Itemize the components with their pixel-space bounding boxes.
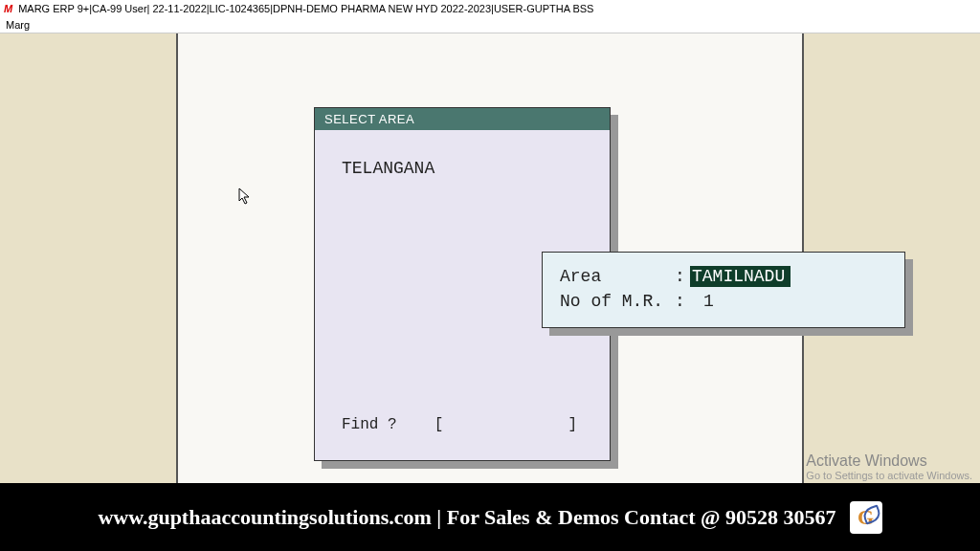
area-label: Area — [560, 267, 675, 286]
colon: : — [675, 267, 690, 286]
bracket-open: [ — [434, 416, 444, 433]
menu-item-marg[interactable]: Marg — [6, 19, 30, 31]
activate-line1: Activate Windows — [806, 452, 972, 470]
activate-line2: Go to Settings to activate Windows. — [806, 470, 972, 481]
mr-label: No of M.R. — [560, 292, 675, 311]
select-area-title: SELECT AREA — [315, 108, 610, 130]
find-input[interactable] — [453, 416, 558, 433]
list-item[interactable]: TELANGANA — [342, 159, 590, 178]
workspace: SELECT AREA TELANGANA Find ? [ ] G UPTHA… — [0, 33, 980, 483]
footer-logo-icon: G — [850, 501, 882, 534]
activate-windows-watermark: Activate Windows Go to Settings to activ… — [806, 452, 972, 481]
select-area-list[interactable]: TELANGANA — [315, 130, 610, 178]
menu-bar[interactable]: Marg — [0, 17, 980, 33]
bracket-close: ] — [568, 416, 577, 433]
colon: : — [675, 292, 690, 311]
find-label: Find ? — [342, 416, 397, 433]
footer-text: www.gupthaaccountingsolutions.com | For … — [98, 505, 835, 530]
window-title: MARG ERP 9+|CA-99 User| 22-11-2022|LIC-1… — [18, 3, 593, 14]
find-row: Find ? [ ] — [342, 416, 577, 433]
mr-input[interactable]: 1 — [690, 292, 714, 311]
app-logo-glyph: M — [4, 3, 12, 14]
footer-bar: www.gupthaaccountingsolutions.com | For … — [0, 483, 980, 551]
left-panel — [0, 33, 177, 483]
window-titlebar: M MARG ERP 9+|CA-99 User| 22-11-2022|LIC… — [0, 0, 980, 17]
area-input[interactable]: TAMILNADU — [690, 266, 791, 287]
area-entry-popup: Area : TAMILNADU No of M.R. : 1 — [542, 252, 905, 328]
